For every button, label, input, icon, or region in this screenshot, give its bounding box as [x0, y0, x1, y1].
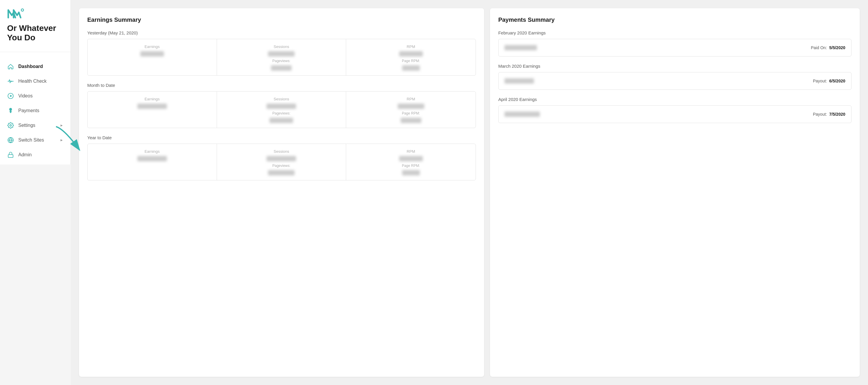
yesterday-page-rpm-value [402, 65, 420, 71]
mtd-earnings-cell: Earnings [88, 92, 217, 128]
yesterday-pageviews-sub-label: Pageviews: [272, 59, 290, 63]
yesterday-rpm-cell: RPM Page RPM: [346, 39, 475, 75]
yesterday-earnings-cell: Earnings [88, 39, 217, 75]
yesterday-earnings-label: Earnings [145, 44, 159, 49]
apr-section-title: April 2020 Earnings [498, 97, 851, 102]
ytd-sessions-cell: Sessions Pageviews: [217, 144, 346, 180]
mtd-sessions-cell: Sessions Pageviews: [217, 92, 346, 128]
ytd-sessions-label: Sessions [274, 149, 289, 154]
ytd-rpm-label: RPM [407, 149, 415, 154]
logo-area: Or Whatever You Do [0, 7, 70, 52]
admin-label: Admin [18, 152, 63, 158]
mtd-sessions-value [267, 104, 296, 109]
yesterday-pageviews-value [271, 65, 291, 71]
payment-section-apr: April 2020 Earnings Payout: 7/5/2020 [498, 97, 851, 123]
earnings-panel: Earnings Summary Yesterday (May 21, 2020… [79, 8, 484, 377]
yesterday-earnings-value [140, 51, 164, 57]
payments-label: Payments [18, 108, 63, 113]
settings-arrow-icon: ► [60, 123, 63, 128]
home-icon [7, 63, 14, 70]
ytd-rpm-value [399, 156, 423, 161]
sidebar-item-videos[interactable]: Videos [0, 89, 70, 103]
feb-payment-date: Paid On: 5/5/2020 [811, 45, 845, 50]
ytd-earnings-label: Earnings [145, 149, 159, 154]
yesterday-sessions-value [268, 51, 294, 57]
money-icon [7, 107, 14, 114]
ytd-earnings-value [137, 156, 167, 161]
ytd-page-rpm-sub-label: Page RPM: [402, 164, 420, 168]
payments-panel-title: Payments Summary [498, 16, 851, 23]
mar-payment-card: Payout: 6/5/2020 [498, 72, 851, 90]
apr-date-value: 7/5/2020 [829, 112, 846, 116]
mtd-earnings-label: Earnings [145, 97, 159, 101]
mtd-rpm-cell: RPM Page RPM: [346, 92, 475, 128]
heartbeat-icon [7, 78, 14, 85]
sidebar-item-dashboard[interactable]: Dashboard [0, 59, 70, 74]
mtd-page-rpm-sub-label: Page RPM: [402, 111, 420, 115]
payments-panel: Payments Summary February 2020 Earnings … [490, 8, 860, 377]
mtd-pageviews-value [270, 118, 293, 123]
mar-payment-date: Payout: 6/5/2020 [813, 79, 845, 83]
svg-point-0 [21, 9, 24, 11]
lock-icon [7, 151, 14, 159]
ytd-rpm-cell: RPM Page RPM: [346, 144, 475, 180]
apr-date-label: Payout: [813, 112, 827, 116]
feb-date-label: Paid On: [811, 45, 827, 50]
logo-icon [7, 7, 63, 20]
ytd-page-rpm-value [402, 170, 420, 175]
feb-section-title: February 2020 Earnings [498, 30, 851, 35]
sidebar: Or Whatever You Do Dashboard [0, 0, 71, 165]
site-title: Or Whatever You Do [7, 24, 63, 42]
gear-icon [7, 122, 14, 129]
apr-payment-card: Payout: 7/5/2020 [498, 105, 851, 123]
mar-date-label: Payout: [813, 79, 827, 83]
month-to-date-label: Month to Date [87, 83, 476, 88]
sidebar-item-health-check[interactable]: Health Check [0, 74, 70, 89]
mar-section-title: March 2020 Earnings [498, 64, 851, 69]
sidebar-item-switch-sites[interactable]: Switch Sites ► [0, 133, 70, 147]
yesterday-label: Yesterday (May 21, 2020) [87, 30, 476, 35]
ytd-pageviews-value [268, 170, 294, 175]
month-to-date-stats-grid: Earnings Sessions Pageviews: RPM Page RP… [87, 91, 476, 128]
videos-label: Videos [18, 93, 63, 99]
switch-sites-label: Switch Sites [18, 137, 56, 143]
apr-payment-date: Payout: 7/5/2020 [813, 112, 845, 116]
brand-logo [7, 7, 25, 20]
health-check-label: Health Check [18, 79, 63, 84]
mtd-rpm-value [398, 104, 424, 109]
feb-payment-card: Paid On: 5/5/2020 [498, 39, 851, 57]
svg-point-3 [10, 125, 11, 127]
mtd-earnings-value [137, 104, 167, 109]
year-to-date-stats-grid: Earnings Sessions Pageviews: RPM Page RP… [87, 144, 476, 180]
mtd-page-rpm-value [401, 118, 421, 123]
settings-label: Settings [18, 123, 56, 128]
payment-section-feb: February 2020 Earnings Paid On: 5/5/2020 [498, 30, 851, 57]
mtd-pageviews-sub-label: Pageviews: [272, 111, 290, 115]
svg-marker-2 [10, 95, 12, 97]
sidebar-item-admin[interactable]: Admin [0, 147, 70, 162]
sidebar-nav: Dashboard Health Check [0, 57, 70, 165]
play-icon [7, 93, 14, 100]
yesterday-sessions-cell: Sessions Pageviews: [217, 39, 346, 75]
yesterday-sessions-label: Sessions [274, 44, 289, 49]
payment-section-mar: March 2020 Earnings Payout: 6/5/2020 [498, 64, 851, 90]
sidebar-divider [0, 52, 70, 52]
dashboard-label: Dashboard [18, 64, 63, 69]
feb-date-value: 5/5/2020 [829, 45, 846, 50]
yesterday-page-rpm-sub-label: Page RPM: [402, 59, 420, 63]
mar-payment-amount [504, 78, 534, 83]
mtd-rpm-label: RPM [407, 97, 415, 101]
yesterday-rpm-value [399, 51, 423, 57]
switch-sites-arrow-icon: ► [60, 138, 63, 142]
main-content: Earnings Summary Yesterday (May 21, 2020… [71, 0, 868, 385]
yesterday-rpm-label: RPM [407, 44, 415, 49]
sidebar-item-payments[interactable]: Payments [0, 103, 70, 118]
earnings-panel-title: Earnings Summary [87, 16, 476, 23]
svg-rect-5 [8, 154, 13, 158]
ytd-sessions-value [267, 156, 296, 161]
mar-date-value: 6/5/2020 [829, 79, 846, 83]
feb-payment-amount [504, 45, 537, 50]
yesterday-stats-grid: Earnings Sessions Pageviews: RPM Page RP… [87, 39, 476, 76]
sidebar-item-settings[interactable]: Settings ► [0, 118, 70, 133]
ytd-pageviews-sub-label: Pageviews: [272, 164, 290, 168]
